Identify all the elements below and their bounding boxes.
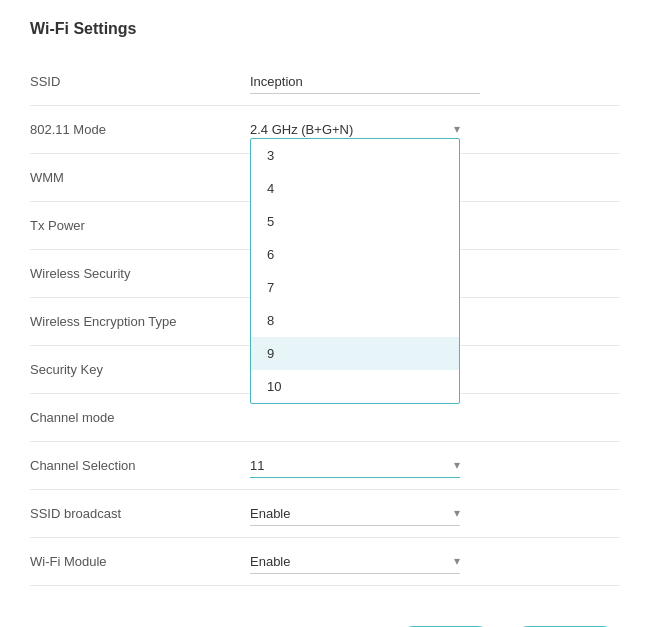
channel-mode-row: Channel mode 345678910 xyxy=(30,394,620,442)
wifi-module-chevron-icon: ▾ xyxy=(454,554,460,568)
ssid-broadcast-control: Enable ▾ xyxy=(250,502,620,526)
channel-selection-chevron-icon: ▾ xyxy=(454,458,460,472)
wifi-module-select[interactable]: Enable ▾ xyxy=(250,550,460,574)
mode-label: 802.11 Mode xyxy=(30,122,250,137)
dropdown-item[interactable]: 8 xyxy=(251,304,459,337)
wifi-module-row: Wi-Fi Module Enable ▾ xyxy=(30,538,620,586)
dropdown-item[interactable]: 9 xyxy=(251,337,459,370)
channel-selection-row: Channel Selection 11 ▾ xyxy=(30,442,620,490)
ssid-broadcast-chevron-icon: ▾ xyxy=(454,506,460,520)
wifi-module-value: Enable xyxy=(250,554,290,569)
tx-power-label: Tx Power xyxy=(30,218,250,233)
channel-selection-value: 11 xyxy=(250,458,450,473)
security-key-label: Security Key xyxy=(30,362,250,377)
channel-selection-select[interactable]: 11 ▾ xyxy=(250,454,460,478)
ssid-broadcast-select[interactable]: Enable ▾ xyxy=(250,502,460,526)
dropdown-item[interactable]: 3 xyxy=(251,139,459,172)
dropdown-item[interactable]: 6 xyxy=(251,238,459,271)
ssid-label: SSID xyxy=(30,74,250,89)
wifi-settings-page: Wi-Fi Settings SSID 802.11 Mode 2.4 GHz … xyxy=(0,0,650,627)
dropdown-item[interactable]: 4 xyxy=(251,172,459,205)
ssid-broadcast-label: SSID broadcast xyxy=(30,506,250,521)
wmm-label: WMM xyxy=(30,170,250,185)
dropdown-item[interactable]: 10 xyxy=(251,370,459,403)
ssid-control xyxy=(250,70,620,94)
ssid-broadcast-row: SSID broadcast Enable ▾ xyxy=(30,490,620,538)
wireless-security-label: Wireless Security xyxy=(30,266,250,281)
wifi-module-control: Enable ▾ xyxy=(250,550,620,574)
mode-value: 2.4 GHz (B+G+N) xyxy=(250,122,353,137)
wifi-module-label: Wi-Fi Module xyxy=(30,554,250,569)
dropdown-item[interactable]: 7 xyxy=(251,271,459,304)
channel-selection-control: 11 ▾ xyxy=(250,454,620,478)
channel-dropdown-open: 345678910 xyxy=(250,138,460,404)
channel-dropdown-list: 345678910 xyxy=(251,139,459,403)
channel-selection-label: Channel Selection xyxy=(30,458,250,473)
channel-mode-label: Channel mode xyxy=(30,410,250,425)
ssid-row: SSID xyxy=(30,58,620,106)
dropdown-item[interactable]: 5 xyxy=(251,205,459,238)
encryption-type-label: Wireless Encryption Type xyxy=(30,314,250,329)
ssid-broadcast-value: Enable xyxy=(250,506,290,521)
mode-chevron-icon: ▾ xyxy=(454,122,460,136)
ssid-input[interactable] xyxy=(250,70,480,94)
page-title: Wi-Fi Settings xyxy=(30,20,620,38)
